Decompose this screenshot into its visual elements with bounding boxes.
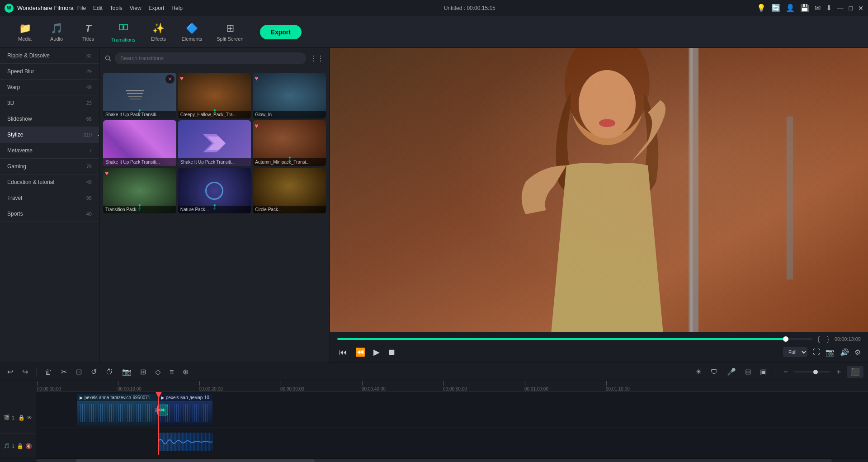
tool-effects[interactable]: ✨ Effects	[142, 19, 174, 45]
transition-item[interactable]: ♥ Glow_In	[253, 73, 326, 118]
fullscreen-button[interactable]: ⛶	[813, 348, 820, 356]
audio-waveform[interactable]	[158, 433, 212, 451]
separator	[36, 368, 37, 377]
crop-button[interactable]: ⊡	[73, 366, 85, 378]
menu-tools[interactable]: Tools	[110, 5, 123, 11]
redo-button[interactable]: ↪	[19, 366, 31, 378]
sidebar-item-ripple[interactable]: Ripple & Dissolve 32	[0, 48, 99, 64]
search-input[interactable]	[115, 52, 306, 64]
quality-select[interactable]: Full 1/2 1/4	[783, 347, 807, 357]
sidebar-item-gaming[interactable]: Gaming 79	[0, 159, 99, 174]
main-toolbar: 📁 Media 🎵 Audio T Titles Transitions ✨ E…	[0, 16, 868, 48]
heart-icon[interactable]: ♥	[180, 75, 184, 82]
tool-audio[interactable]: 🎵 Audio	[41, 19, 72, 45]
step-back-button[interactable]: ⏪	[354, 345, 367, 359]
zoom-fit-button[interactable]: ⊞	[137, 366, 149, 378]
stop-button[interactable]: ⏹	[386, 346, 398, 359]
transition-item[interactable]: Circle Pack...	[253, 168, 326, 213]
playhead[interactable]	[158, 392, 159, 455]
pip-button[interactable]: ▣	[757, 366, 769, 378]
undo-button[interactable]: ↩	[5, 366, 16, 378]
sidebar-item-speedblur[interactable]: Speed Blur 29	[0, 64, 99, 80]
sidebar-item-warp[interactable]: Warp 49	[0, 80, 99, 95]
ruler-tick: 00:00:00:00	[37, 381, 61, 391]
menu-file[interactable]: File	[77, 5, 86, 11]
menu-edit[interactable]: Edit	[93, 5, 103, 11]
zoom-in-button[interactable]: +	[834, 366, 844, 378]
download-icon[interactable]: ⬇	[826, 4, 832, 12]
heart-icon[interactable]: ♥	[255, 122, 258, 129]
timeline-track-labels: 🎬 1 🔒 👁 🎵 1 🔒 🔇	[0, 381, 36, 458]
sidebar-item-slideshow[interactable]: Slideshow 66	[0, 111, 99, 127]
track-lock-video[interactable]: 🔒	[18, 415, 25, 421]
shield-button[interactable]: 🛡	[708, 366, 721, 378]
delete-button[interactable]: 🗑	[42, 366, 55, 378]
mic-button[interactable]: 🎤	[724, 366, 739, 378]
play-button[interactable]: ▶	[372, 345, 382, 359]
bracket-left[interactable]: {	[818, 335, 820, 343]
maximize-button[interactable]: □	[849, 5, 853, 12]
bracket-right[interactable]: }	[827, 335, 829, 343]
heart-icon[interactable]: ♥	[105, 170, 108, 177]
track-mute-audio[interactable]: 🔇	[25, 443, 32, 449]
color-button[interactable]: ☀	[693, 366, 704, 378]
tool-transitions[interactable]: Transitions	[104, 18, 142, 46]
menu-view[interactable]: View	[130, 5, 142, 11]
progress-thumb[interactable]	[783, 336, 788, 342]
track-visible-video[interactable]: 👁	[27, 415, 32, 421]
bulb-icon[interactable]: 💡	[757, 4, 766, 12]
save-icon[interactable]: 💾	[800, 4, 809, 12]
collapse-sidebar-btn[interactable]: ◀	[95, 131, 99, 139]
transition-item[interactable]: Shake It Up Pack Transiti...	[178, 120, 251, 166]
tool-splitscreen[interactable]: ⊞ Split Screen	[209, 19, 250, 45]
export-button[interactable]: Export	[260, 25, 302, 39]
progress-bar[interactable]	[337, 338, 812, 340]
transitions-icon	[118, 22, 129, 35]
tool-titles[interactable]: T Titles	[72, 19, 104, 45]
volume-button[interactable]: 🔊	[840, 348, 849, 357]
timeline: ↩ ↪ 🗑 ✂ ⊡ ↺ ⏱ 📷 ⊞ ◇ ≡ ⊕ ☀ 🛡 🎤 ⊟ ▣ − + ⬛	[0, 363, 868, 462]
transition-item[interactable]: ♥ ⬇ Transition Pack...	[103, 168, 176, 213]
sidebar-item-stylize[interactable]: Stylize 219 ◀	[0, 127, 99, 143]
transition-item[interactable]: Shake It Up Pack Transiti...	[103, 120, 176, 166]
media-icon: 📁	[19, 23, 31, 34]
fit-button[interactable]: ⬛	[847, 366, 863, 378]
delete-icon[interactable]: ✕	[165, 75, 175, 84]
sidebar-item-travel[interactable]: Travel 98	[0, 190, 99, 206]
sidebar-item-3d[interactable]: 3D 23	[0, 95, 99, 111]
user-icon[interactable]: 👤	[786, 4, 795, 12]
timer-button[interactable]: ⏱	[103, 366, 116, 378]
mail-icon[interactable]: ✉	[815, 4, 821, 12]
transition-item[interactable]: ⬇ Nature Pack...	[178, 168, 251, 213]
sidebar-item-sports[interactable]: Sports 40	[0, 206, 99, 222]
transition-item[interactable]: ✕ ⬇ Shake It Up Pack Transiti...	[103, 73, 176, 118]
snapshot-tl-button[interactable]: 📷	[119, 366, 134, 378]
menu-help[interactable]: Help	[171, 5, 183, 11]
transition-item[interactable]: ♥ ⬇ Autumn_Minipack_Transi...	[253, 120, 326, 166]
heart-icon[interactable]: ♥	[255, 75, 258, 82]
menu-export[interactable]: Export	[149, 5, 165, 11]
zoom-slider[interactable]	[794, 371, 830, 372]
track-lock-audio[interactable]: 🔒	[17, 443, 24, 449]
minimize-button[interactable]: —	[837, 5, 844, 12]
captions-button[interactable]: ⊟	[742, 366, 754, 378]
shape-button[interactable]: ◇	[152, 366, 163, 378]
adjust-button[interactable]: ≡	[167, 366, 176, 378]
tool-elements[interactable]: 🔷 Elements	[174, 19, 209, 45]
sidebar-item-metaverse[interactable]: Metaverse 7	[0, 143, 99, 159]
transition-item[interactable]: ♥ ⬇ Creepy_Hallow_Pack_Tra...	[178, 73, 251, 118]
multicam-button[interactable]: ⊕	[180, 366, 191, 378]
sidebar-item-education[interactable]: Education & tutorial 49	[0, 174, 99, 190]
zoom-out-button[interactable]: −	[781, 366, 790, 378]
close-button[interactable]: ✕	[858, 5, 863, 12]
tool-media[interactable]: 📁 Media	[9, 19, 41, 45]
settings-button[interactable]: ⚙	[854, 348, 861, 357]
undo2-button[interactable]: ↺	[88, 366, 99, 378]
transition-name: Shake It Up Pack Transiti...	[103, 111, 176, 118]
refresh-icon[interactable]: 🔄	[771, 4, 780, 12]
video-clip-1[interactable]: ▶ pexels-anna-tarazevich-6950071	[77, 394, 158, 426]
grid-view-icon[interactable]: ⋮⋮	[310, 54, 324, 63]
rewind-button[interactable]: ⏮	[337, 346, 349, 359]
cut-button[interactable]: ✂	[58, 366, 70, 378]
snapshot-button[interactable]: 📷	[826, 348, 835, 357]
